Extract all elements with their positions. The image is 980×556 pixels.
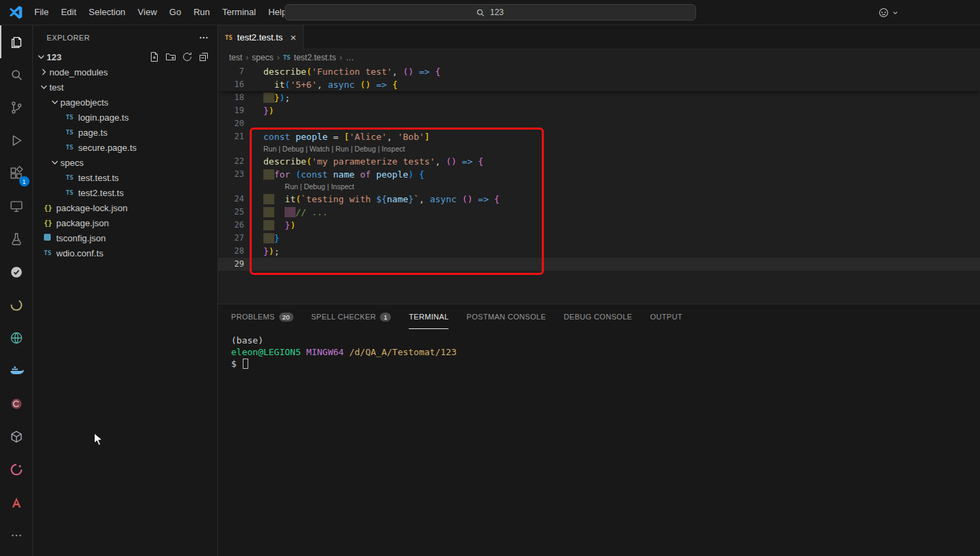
codelens-actions[interactable]: Run | Debug | Watch | Run | Debug | Insp…	[263, 143, 405, 155]
folder-section-header[interactable]: 123	[33, 49, 217, 64]
tree-item-label: page.ts	[78, 128, 108, 138]
copilot-icon[interactable]	[878, 7, 889, 19]
sticky-line-16[interactable]: 16 it('5+6', async () => {	[218, 78, 980, 91]
menu-edit[interactable]: Edit	[55, 0, 82, 25]
panel-tab-label: TERMINAL	[409, 313, 449, 321]
typescript-file-icon: TS	[66, 129, 78, 136]
panel-tab-postman-console[interactable]: POSTMAN CONSOLE	[466, 304, 546, 329]
panel-tab-label: POSTMAN CONSOLE	[466, 313, 546, 321]
tree-item-label: test2.test.ts	[78, 188, 123, 198]
activity-mocha-ring-icon[interactable]	[0, 289, 33, 322]
breadcrumb-item[interactable]: specs	[252, 53, 273, 62]
tree-item-package-lock.json[interactable]: {}package-lock.json	[33, 200, 217, 215]
breadcrumb-item[interactable]: test	[229, 53, 242, 62]
terminal-cursor	[243, 359, 248, 369]
json-file-icon: {}	[44, 219, 56, 227]
new-folder-icon[interactable]	[165, 51, 176, 62]
new-file-icon[interactable]	[149, 51, 160, 62]
panel-tab-debug-console[interactable]: DEBUG CONSOLE	[564, 304, 632, 329]
activity-docker-whale-icon[interactable]	[0, 354, 33, 387]
close-icon[interactable]: ×	[290, 32, 296, 43]
activity-globe-preview-icon[interactable]	[0, 322, 33, 354]
activity-search-icon[interactable]	[0, 58, 33, 91]
tree-item-label: test	[49, 82, 64, 93]
panel-tab-output[interactable]: OUTPUT	[650, 304, 682, 329]
breadcrumb-item[interactable]: …	[346, 53, 354, 62]
tree-item-label: wdio.conf.ts	[56, 248, 104, 258]
titlebar: FileEditSelectionViewGoRunTerminalHelp ←…	[0, 0, 980, 25]
code-line-21: 21const people = ['Alice', 'Bob']	[218, 130, 980, 143]
panel-tab-spell-checker[interactable]: SPELL CHECKER1	[311, 304, 392, 329]
line-number: 29	[218, 258, 244, 271]
activity-package-cube-icon[interactable]	[0, 420, 33, 453]
tree-item-login.page.ts[interactable]: TSlogin.page.ts	[33, 110, 217, 125]
activity-bar: 1	[0, 25, 33, 556]
root-folder-label: 123	[47, 52, 62, 62]
activity-remote-explorer-icon[interactable]	[0, 190, 33, 223]
typescript-file-icon: TS	[66, 144, 78, 151]
code-line-23: 23 for (const name of people) {	[218, 168, 980, 181]
tab-test2-test-ts[interactable]: TS test2.test.ts ×	[218, 25, 304, 49]
sticky-line-7[interactable]: 7describe('Function test', () => {	[218, 65, 980, 78]
activity-extensions-icon[interactable]: 1	[0, 157, 33, 190]
tree-item-specs[interactable]: specs	[33, 155, 217, 170]
command-center-search[interactable]: 123	[285, 4, 696, 21]
activity-pink-ring-icon[interactable]	[0, 453, 33, 486]
menu-run[interactable]: Run	[187, 0, 216, 25]
terminal-line: (base)	[231, 335, 980, 346]
tree-item-label: specs	[60, 158, 84, 168]
chevron-down-icon[interactable]	[891, 8, 900, 17]
explorer-sidebar: EXPLORER 123 node_modulestestpageobjects…	[33, 25, 218, 556]
panel-tab-label: OUTPUT	[650, 313, 682, 321]
tree-item-label: test.test.ts	[78, 173, 119, 183]
panel-tab-problems[interactable]: PROBLEMS20	[231, 304, 294, 329]
activity-explorer-icon[interactable]	[0, 25, 33, 58]
more-actions-icon[interactable]	[198, 32, 209, 43]
terminal[interactable]: (base)eleon@LEGION5 MINGW64 /d/QA_A/Test…	[218, 329, 980, 370]
tree-item-test.test.ts[interactable]: TStest.test.ts	[33, 170, 217, 185]
line-number: 20	[218, 117, 244, 130]
activity-testing-flask-icon[interactable]	[0, 223, 33, 256]
tree-item-test[interactable]: test	[33, 80, 217, 95]
tree-item-node_modules[interactable]: node_modules	[33, 64, 217, 80]
activity-maroon-dot-icon[interactable]	[0, 387, 33, 420]
collapse-all-icon[interactable]	[198, 51, 209, 62]
menu-selection[interactable]: Selection	[82, 0, 131, 25]
tree-item-pageobjects[interactable]: pageobjects	[33, 95, 217, 110]
tree-item-tsconfig.json[interactable]: tsconfig.json	[33, 230, 217, 245]
menu-file[interactable]: File	[28, 0, 55, 25]
activity-run-and-debug-icon[interactable]	[0, 124, 33, 157]
tree-item-secure.page.ts[interactable]: TSsecure.page.ts	[33, 140, 217, 155]
code-line-25: 25 // ...	[218, 206, 980, 219]
terminal-line: $	[231, 358, 980, 370]
tree-item-label: package.json	[56, 218, 109, 228]
menu-view[interactable]: View	[132, 0, 163, 25]
code-editor[interactable]: 7describe('Function test', () => {16 it(…	[218, 65, 980, 304]
tree-item-wdio.conf.ts[interactable]: TSwdio.conf.ts	[33, 245, 217, 261]
json-file-icon: {}	[44, 204, 56, 212]
bottom-panel: PROBLEMS20SPELL CHECKER1TERMINALPOSTMAN …	[218, 304, 980, 556]
typescript-file-icon: TS	[225, 34, 232, 41]
menu-go[interactable]: Go	[163, 0, 187, 25]
tab-bar: TS test2.test.ts ×	[218, 25, 980, 49]
search-value: 123	[490, 8, 503, 17]
activity-test-results-check-icon[interactable]	[0, 256, 33, 289]
refresh-icon[interactable]	[182, 51, 193, 62]
codelens-actions[interactable]: Run | Debug | Inspect	[285, 181, 354, 193]
typescript-file-icon: TS	[66, 114, 78, 121]
panel-tab-terminal[interactable]: TERMINAL	[409, 304, 449, 329]
tree-item-page.ts[interactable]: TSpage.ts	[33, 125, 217, 140]
menu-terminal[interactable]: Terminal	[216, 0, 262, 25]
panel-tab-label: SPELL CHECKER	[311, 313, 377, 321]
breadcrumb-item[interactable]: test2.test.ts	[294, 53, 336, 62]
tree-item-test2.test.ts[interactable]: TStest2.test.ts	[33, 185, 217, 200]
code-line-18: 18 });	[218, 91, 980, 104]
activity-source-control-icon[interactable]	[0, 91, 33, 124]
line-number: 21	[218, 130, 244, 143]
sticky-scroll: 7describe('Function test', () => {16 it(…	[218, 65, 980, 91]
activity-letter-a-icon[interactable]	[0, 486, 33, 519]
code-line-20: 20	[218, 117, 980, 130]
tree-item-label: login.page.ts	[78, 112, 129, 123]
tree-item-package.json[interactable]: {}package.json	[33, 215, 217, 230]
activity-more-ellipsis-icon[interactable]	[0, 519, 33, 552]
